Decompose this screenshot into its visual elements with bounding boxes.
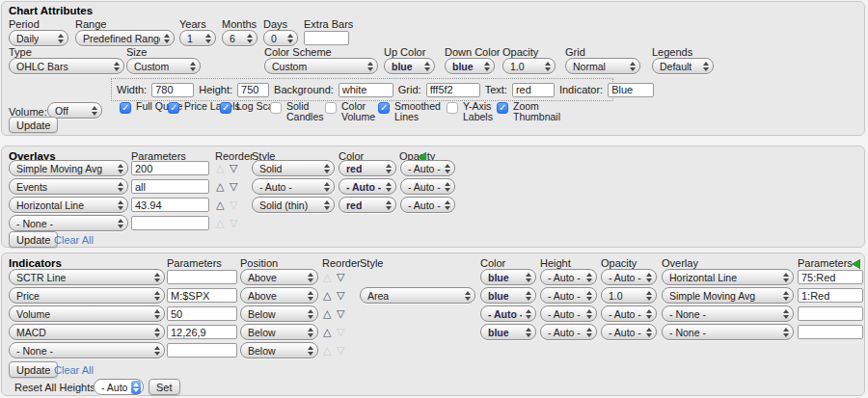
legends-select[interactable]: Default bbox=[652, 58, 714, 74]
overlays-update-button[interactable]: Update bbox=[9, 231, 58, 248]
indicator-overlay-params-input[interactable] bbox=[798, 325, 863, 339]
indicator-color-input[interactable] bbox=[608, 83, 654, 97]
indicator-name-select[interactable]: MACD bbox=[9, 324, 165, 340]
indicator-name-select[interactable]: SCTR Line bbox=[9, 269, 165, 285]
width-input[interactable] bbox=[151, 83, 194, 97]
checkbox-icon[interactable] bbox=[220, 102, 231, 114]
reorder-down-icon[interactable]: ▽ bbox=[337, 290, 344, 301]
days-select[interactable]: 0 bbox=[263, 30, 298, 46]
reorder-up-icon[interactable]: △ bbox=[323, 290, 331, 301]
checkbox-icon[interactable] bbox=[497, 102, 508, 114]
type-select[interactable]: OHLC Bars bbox=[9, 58, 124, 74]
checkbox-icon[interactable] bbox=[270, 102, 282, 114]
indicator-name-select[interactable]: Price bbox=[9, 287, 165, 304]
indicator-name-select[interactable]: - None - bbox=[9, 342, 165, 358]
indicator-opacity-select[interactable]: - Auto - bbox=[601, 324, 657, 340]
overlay-params-input[interactable] bbox=[131, 198, 209, 212]
reorder-up-icon[interactable]: △ bbox=[216, 181, 224, 192]
overlay-params-input[interactable] bbox=[131, 179, 209, 194]
indicator-height-select[interactable]: - Auto - bbox=[540, 305, 597, 322]
down-color-select[interactable]: blue bbox=[445, 58, 495, 74]
indicator-params-input[interactable] bbox=[167, 306, 237, 321]
indicator-params-input[interactable] bbox=[167, 325, 237, 339]
indicator-height-select[interactable]: - Auto - bbox=[540, 287, 597, 304]
indicator-overlay-params-input[interactable] bbox=[798, 288, 863, 303]
checkbox-icon[interactable] bbox=[325, 102, 337, 114]
reorder-down-icon[interactable]: ▽ bbox=[230, 163, 237, 173]
indicator-color-select[interactable]: blue bbox=[480, 287, 536, 304]
indicator-position-select[interactable]: Below bbox=[240, 324, 318, 340]
indicator-position-select[interactable]: Above bbox=[240, 269, 318, 285]
indicator-opacity-select[interactable]: 1.0 bbox=[601, 287, 657, 304]
overlay-params-input[interactable] bbox=[131, 161, 209, 175]
opacity-select[interactable]: 1.0 bbox=[502, 58, 556, 74]
indicator-style-select[interactable]: Area bbox=[360, 287, 475, 304]
checkbox-icon[interactable] bbox=[120, 102, 131, 114]
overlay-name-select[interactable]: - None - bbox=[9, 215, 128, 231]
overlay-style-select[interactable]: Solid bbox=[252, 160, 335, 176]
indicator-color-select[interactable]: - Auto - bbox=[480, 305, 536, 322]
size-select[interactable]: Custom bbox=[126, 58, 201, 74]
overlay-name-select[interactable]: Simple Moving Avg bbox=[9, 160, 128, 176]
checkbox-zoom-thumbnail[interactable]: Zoom Thumbnail bbox=[497, 101, 569, 122]
overlay-opacity-select[interactable]: - Auto - bbox=[400, 197, 455, 213]
color-scheme-select[interactable]: Custom bbox=[264, 58, 378, 74]
period-select[interactable]: Daily bbox=[9, 30, 68, 46]
indicator-overlay-select[interactable]: - None - bbox=[662, 324, 794, 340]
indicator-color-select[interactable]: blue bbox=[480, 324, 536, 340]
grid-select[interactable]: Normal bbox=[565, 58, 640, 74]
checkbox-smoothed-lines[interactable]: Smoothed Lines bbox=[378, 101, 450, 122]
reorder-down-icon[interactable]: ▽ bbox=[337, 308, 344, 319]
indicator-overlay-select[interactable]: Horizontal Line bbox=[662, 269, 794, 285]
grid-color-input[interactable] bbox=[426, 83, 480, 97]
overlay-opacity-select[interactable]: - Auto - bbox=[400, 178, 455, 195]
range-select[interactable]: Predefined Range bbox=[75, 30, 175, 46]
indicator-position-select[interactable]: Below bbox=[240, 342, 318, 358]
extra-bars-input[interactable] bbox=[304, 31, 349, 45]
checkbox-icon[interactable] bbox=[378, 102, 390, 114]
indicators-update-button[interactable]: Update bbox=[9, 361, 58, 378]
indicator-params-input[interactable] bbox=[167, 343, 237, 358]
checkbox-icon[interactable] bbox=[447, 102, 458, 114]
overlays-clear-all-link[interactable]: Clear All bbox=[54, 234, 94, 246]
text-color-input[interactable] bbox=[512, 83, 555, 97]
overlay-color-select[interactable]: red bbox=[339, 160, 396, 176]
overlay-name-select[interactable]: Events bbox=[9, 178, 128, 195]
indicator-color-select[interactable]: blue bbox=[480, 269, 536, 285]
indicator-params-input[interactable] bbox=[167, 288, 237, 303]
reorder-up-icon[interactable]: △ bbox=[216, 199, 224, 210]
overlay-name-select[interactable]: Horizontal Line bbox=[9, 197, 128, 213]
overlay-color-select[interactable]: - Auto - bbox=[339, 178, 396, 195]
indicator-overlay-params-input[interactable] bbox=[798, 270, 863, 284]
overlay-color-select[interactable]: red bbox=[339, 197, 396, 213]
set-button[interactable]: Set bbox=[149, 379, 180, 395]
up-color-select[interactable]: blue bbox=[384, 58, 435, 74]
indicator-opacity-select[interactable]: - Auto - bbox=[601, 305, 657, 322]
overlay-style-select[interactable]: - Auto - bbox=[252, 178, 335, 195]
reorder-down-icon[interactable]: ▽ bbox=[337, 272, 344, 282]
overlay-opacity-select[interactable]: - Auto - bbox=[400, 160, 455, 176]
reorder-down-icon[interactable]: ▽ bbox=[230, 181, 237, 192]
collapse-arrow-icon[interactable] bbox=[852, 259, 860, 269]
indicator-name-select[interactable]: Volume bbox=[9, 305, 165, 322]
indicators-clear-all-link[interactable]: Clear All bbox=[54, 364, 94, 376]
months-select[interactable]: 6 bbox=[222, 30, 258, 46]
indicator-opacity-select[interactable]: - Auto - bbox=[601, 269, 657, 285]
indicator-height-select[interactable]: - Auto - bbox=[540, 269, 597, 285]
years-select[interactable]: 1 bbox=[179, 30, 216, 46]
indicator-height-select[interactable]: - Auto - bbox=[540, 324, 597, 340]
reorder-up-icon[interactable]: △ bbox=[323, 327, 331, 337]
checkbox-icon[interactable] bbox=[168, 102, 179, 114]
indicator-overlay-params-input[interactable] bbox=[798, 306, 863, 321]
overlay-params-input[interactable] bbox=[131, 216, 209, 230]
height-input[interactable] bbox=[237, 83, 269, 97]
reorder-up-icon[interactable]: △ bbox=[323, 308, 331, 319]
indicator-overlay-select[interactable]: Simple Moving Avg bbox=[662, 287, 794, 304]
indicator-overlay-select[interactable]: - None - bbox=[662, 305, 794, 322]
background-input[interactable] bbox=[339, 83, 393, 97]
overlay-style-select[interactable]: Solid (thin) bbox=[252, 197, 335, 213]
indicator-position-select[interactable]: Above bbox=[240, 287, 318, 304]
attrs-update-button[interactable]: Update bbox=[9, 117, 58, 133]
indicator-params-input[interactable] bbox=[167, 270, 237, 284]
reset-heights-select[interactable]: - Auto - bbox=[94, 379, 144, 395]
